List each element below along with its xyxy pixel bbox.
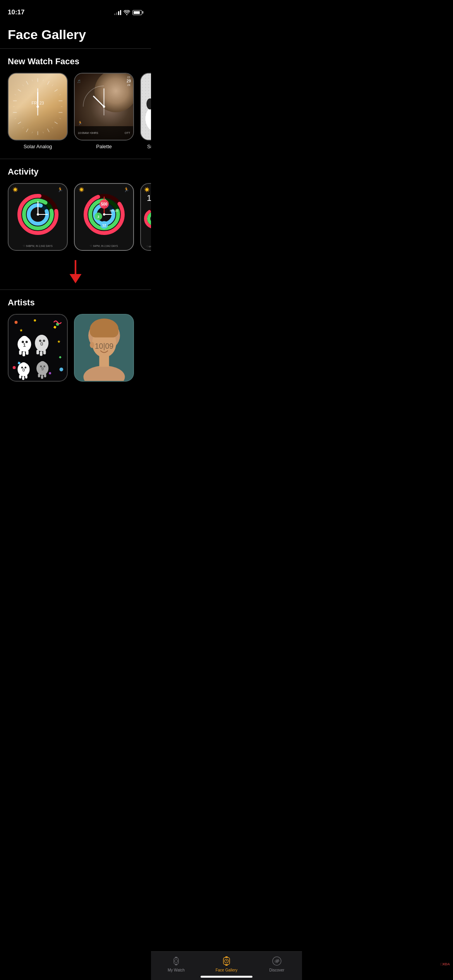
- status-icons: [114, 10, 143, 15]
- svg-point-79: [15, 321, 18, 324]
- svg-marker-89: [57, 340, 60, 343]
- svg-rect-110: [25, 375, 27, 379]
- divider-top: [0, 48, 151, 49]
- svg-text:0: 0: [22, 367, 25, 372]
- face-label-snoopy: Snoopy: [147, 144, 151, 149]
- svg-rect-129: [99, 355, 109, 367]
- face-item-activity-1[interactable]: ☀️ 🏃: [8, 183, 68, 251]
- face-card-activity-1[interactable]: ☀️ 🏃: [8, 183, 68, 251]
- divider-artists: [0, 290, 151, 290]
- wifi-icon: [124, 10, 130, 15]
- svg-text:FRI 23: FRI 23: [110, 209, 118, 212]
- face-item-palette[interactable]: 🎵 22 29 28: [74, 73, 134, 149]
- svg-marker-78: [70, 274, 82, 283]
- activity-sun-icon: ☀️: [12, 187, 18, 192]
- svg-line-22: [32, 132, 33, 133]
- face-card-artist-2[interactable]: 10|09: [74, 314, 134, 382]
- svg-rect-101: [40, 351, 43, 356]
- status-bar: 10:17: [0, 0, 151, 19]
- face-card-snoopy[interactable]: [140, 73, 151, 140]
- svg-line-21: [43, 132, 44, 133]
- svg-point-42: [146, 98, 151, 110]
- svg-point-82: [60, 368, 63, 372]
- svg-line-28: [32, 80, 33, 81]
- face-card-activity-3[interactable]: ☀️ 10:09 5 ♡ 64BPM, IN 2,642: [140, 183, 151, 251]
- face-item-solar[interactable]: FRI 23 Solar Analog: [8, 73, 68, 149]
- svg-rect-109: [22, 376, 24, 380]
- face-item-activity-3[interactable]: ☀️ 10:09 5 ♡ 64BPM, IN 2,642: [140, 183, 151, 251]
- svg-line-19: [60, 118, 61, 119]
- svg-line-24: [15, 118, 16, 119]
- face-item-artist-1[interactable]: 1 0: [8, 314, 68, 382]
- face-label-palette: Palette: [96, 144, 112, 149]
- page-title: Face Gallery: [8, 27, 143, 42]
- face-label-solar: Solar Analog: [24, 144, 52, 149]
- status-time: 10:17: [8, 9, 24, 16]
- svg-point-65: [103, 213, 105, 216]
- svg-line-2: [55, 89, 58, 91]
- face-item-snoopy[interactable]: Snoopy: [140, 73, 151, 149]
- svg-line-17: [60, 94, 61, 95]
- artists-section-title: Artists: [8, 298, 143, 308]
- main-content: Face Gallery New Watch Faces: [0, 27, 151, 423]
- red-down-arrow: [66, 260, 85, 283]
- new-watch-faces-scroll[interactable]: FRI 23 Solar Analog 🎵: [0, 73, 151, 152]
- artist-cartoon-svg: 1 0: [9, 315, 67, 381]
- svg-line-13: [26, 81, 28, 85]
- activity-section-title: Activity: [8, 167, 143, 177]
- svg-line-34: [94, 96, 104, 107]
- svg-text:0: 0: [40, 341, 43, 347]
- svg-line-15: [43, 80, 44, 81]
- svg-rect-127: [90, 326, 118, 337]
- svg-rect-85: [53, 326, 57, 329]
- activity2-sun-icon: ☀️: [79, 187, 84, 192]
- svg-text:500: 500: [101, 202, 107, 206]
- svg-line-23: [22, 127, 24, 128]
- svg-line-9: [18, 122, 21, 124]
- red-arrow-container: [8, 254, 143, 290]
- activity2-runner-icon: 🏃: [124, 187, 129, 192]
- face-card-solar[interactable]: FRI 23: [8, 73, 68, 140]
- svg-line-26: [15, 94, 16, 95]
- activity2-bpm-text: ♡64PM, IN 2,642 DAYS: [75, 245, 133, 248]
- svg-point-40: [145, 106, 151, 132]
- svg-rect-92: [19, 350, 22, 355]
- activity-faces-scroll[interactable]: ☀️ 🏃: [0, 183, 151, 254]
- battery-icon: [132, 10, 143, 15]
- svg-rect-118: [44, 373, 46, 377]
- activity-bpm-text: ♡64BPM, IN 2,642 DAYS: [9, 245, 67, 248]
- svg-point-104: [43, 340, 45, 342]
- svg-line-6: [47, 128, 49, 132]
- svg-text:9: 9: [41, 366, 44, 371]
- svg-line-8: [26, 128, 28, 132]
- svg-text:1: 1: [23, 342, 26, 348]
- face-card-artist-1[interactable]: 1 0: [8, 314, 68, 382]
- svg-marker-88: [20, 329, 23, 332]
- face-card-activity-2[interactable]: ☀️ 🏃 500: [74, 183, 134, 251]
- svg-text:3: 3: [97, 215, 99, 219]
- activity-rings-svg: [17, 193, 59, 236]
- snoopy-svg: [141, 74, 151, 140]
- svg-rect-116: [38, 373, 40, 377]
- face-item-artist-2[interactable]: 10|09: [74, 314, 134, 382]
- svg-point-84: [49, 372, 51, 374]
- svg-rect-93: [22, 352, 25, 356]
- svg-line-20: [52, 127, 53, 128]
- signal-icon: [114, 10, 121, 15]
- palette-runner-icon: 🏃: [78, 121, 82, 125]
- palette-bottom-bar: 10:09AM +0HRS OTT: [75, 126, 133, 140]
- svg-point-56: [37, 213, 39, 216]
- svg-text:10|09: 10|09: [95, 342, 113, 350]
- svg-rect-108: [19, 375, 21, 379]
- svg-point-126: [90, 342, 94, 348]
- face-card-palette[interactable]: 🎵 22 29 28: [74, 73, 134, 140]
- face-item-activity-2[interactable]: ☀️ 🏃 500: [74, 183, 134, 251]
- activity3-time: 10:09: [147, 194, 151, 202]
- activity-runner-icon: 🏃: [57, 187, 63, 192]
- activity3-bpm: ♡ 64BPM, IN 2,642: [141, 245, 151, 248]
- svg-point-76: [149, 213, 151, 224]
- svg-rect-87: [59, 356, 62, 359]
- svg-point-81: [13, 366, 16, 369]
- svg-rect-100: [36, 350, 39, 355]
- artists-faces-scroll[interactable]: 1 0: [0, 314, 151, 385]
